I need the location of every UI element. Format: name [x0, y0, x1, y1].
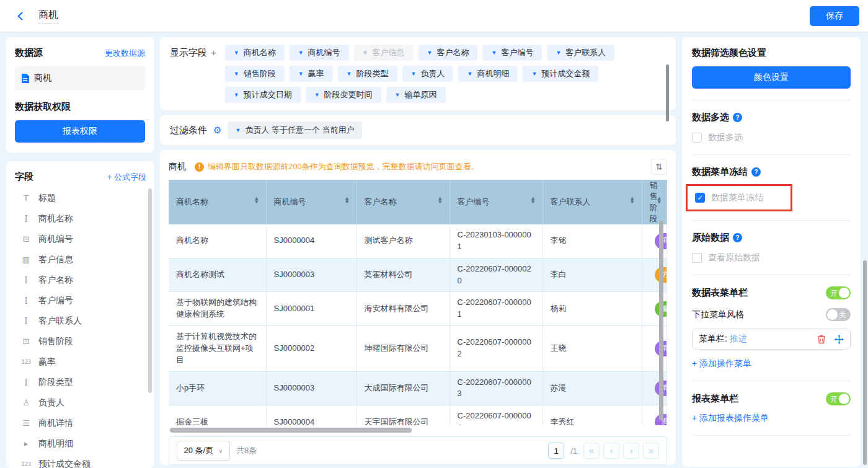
menu-item-row[interactable]: 菜单栏: 推进	[692, 329, 851, 350]
person-icon: ♙	[20, 398, 32, 407]
chevron-down-icon: ▼	[347, 71, 352, 77]
display-field-chip[interactable]: ▼商机名称	[225, 45, 285, 61]
color-setting-button[interactable]: 颜色设置	[692, 66, 851, 89]
number-icon: 123	[20, 461, 32, 467]
chip-label: 销售阶段	[244, 68, 276, 79]
table-cell: 基于计算机视觉技术的监控摄像头互联网+项目	[169, 326, 266, 372]
raw-data-checkbox[interactable]	[692, 253, 702, 263]
table-cell: 李铭	[542, 224, 642, 258]
display-field-chip[interactable]: ▼客户联系人	[547, 45, 614, 61]
table-menu-toggle[interactable]: 开	[826, 286, 851, 299]
current-page-input[interactable]: 1	[548, 443, 564, 459]
chevron-down-icon: ▼	[234, 92, 239, 98]
display-field-chip[interactable]: ▼预计成交日期	[225, 87, 301, 103]
display-field-chips: ▼商机名称▼商机编号▼客户信息▼客户名称▼客户编号▼客户联系人▼销售阶段▼赢率▼…	[225, 45, 634, 103]
display-field-chip[interactable]: ▼预计成交金额	[523, 66, 598, 82]
column-header[interactable]: 销售阶段▲▼	[642, 180, 667, 224]
help-icon[interactable]: ?	[733, 233, 742, 242]
add-action-menu-link[interactable]: + 添加操作菜单	[692, 358, 851, 369]
field-item[interactable]: I客户编号	[15, 290, 146, 311]
chip-label: 赢率	[308, 68, 324, 79]
display-field-chip[interactable]: ▼销售阶段	[225, 66, 285, 82]
move-icon[interactable]	[834, 334, 844, 344]
report-permission-button[interactable]: 报表权限	[15, 120, 145, 143]
help-icon[interactable]: ?	[751, 167, 761, 177]
display-field-chip[interactable]: ▼客户信息	[354, 45, 414, 61]
display-field-chip[interactable]: ▼客户名称	[418, 45, 478, 61]
table-sort-button[interactable]: ⇅	[651, 159, 667, 175]
last-page-button[interactable]: »	[643, 443, 659, 459]
menu-value-label: 推进	[730, 333, 747, 345]
chevron-down-icon: ▼	[467, 71, 472, 77]
display-field-chip[interactable]: ▼赢率	[290, 66, 333, 82]
column-header[interactable]: 客户名称▲▼	[356, 180, 450, 224]
column-header[interactable]: 客户联系人▲▼	[542, 180, 642, 224]
field-item-label: 赢率	[38, 356, 56, 368]
table-cell: 苏漫	[542, 371, 642, 405]
add-report-menu-link[interactable]: + 添加报表操作菜单	[692, 413, 851, 424]
field-item[interactable]: ▸商机明细	[15, 433, 146, 454]
horizontal-scroll-thumb[interactable]	[170, 428, 412, 433]
multi-select-checkbox[interactable]	[692, 133, 702, 143]
display-field-chip[interactable]: ▼负责人	[402, 66, 454, 82]
field-item[interactable]: 123赢率	[15, 351, 146, 372]
display-field-chip[interactable]: ▼商机明细	[458, 66, 518, 82]
table-vertical-scrollbar[interactable]	[659, 221, 663, 420]
field-item[interactable]: I客户名称	[15, 270, 146, 290]
help-icon[interactable]: ?	[733, 113, 742, 122]
document-icon	[21, 74, 29, 83]
datasource-item[interactable]: 商机	[15, 66, 145, 90]
field-item[interactable]: 123预计成交金额	[15, 454, 146, 468]
display-field-chip[interactable]: ▼客户编号	[482, 45, 542, 61]
field-item[interactable]: ♙负责人	[15, 392, 146, 413]
add-field-icon[interactable]: +	[211, 47, 216, 58]
menu-freeze-checkbox[interactable]: ✓	[695, 193, 705, 203]
trash-icon[interactable]	[817, 334, 826, 344]
table-cell: 李白	[542, 258, 642, 292]
dropdown-style-toggle[interactable]: 关	[826, 308, 851, 321]
field-item[interactable]: I阶段类型	[15, 372, 146, 392]
text-icon: I	[20, 296, 32, 306]
field-item[interactable]: ▥客户信息	[15, 249, 146, 270]
page-size-select[interactable]: 20 条/页 ∨	[177, 441, 230, 461]
column-header-label: 销售阶段	[650, 180, 658, 224]
field-item[interactable]: ⊟商机编号	[15, 229, 146, 249]
next-page-button[interactable]: ›	[623, 443, 639, 459]
column-header[interactable]: 商机名称▲▼	[169, 180, 266, 224]
first-page-button[interactable]: «	[583, 443, 600, 459]
column-header[interactable]: 客户编号▲▼	[450, 180, 542, 224]
field-item[interactable]: ☰商机详情	[15, 413, 146, 433]
display-field-chip[interactable]: ▼阶段类型	[338, 66, 397, 82]
report-menu-toggle[interactable]: 开	[826, 392, 851, 405]
change-datasource-link[interactable]: 更改数据源	[105, 48, 145, 59]
column-header[interactable]: 商机编号▲▼	[266, 180, 356, 224]
display-field-chip[interactable]: ▼商机编号	[290, 45, 349, 61]
field-item[interactable]: I客户联系人	[15, 311, 146, 331]
chip-label: 商机明细	[477, 68, 509, 79]
display-field-chip[interactable]: ▼输单原因	[386, 87, 446, 103]
number-icon: 123	[20, 359, 32, 365]
save-button[interactable]: 保存	[810, 6, 859, 26]
warning-icon: !	[195, 162, 204, 172]
table-cell: C-20220607-0000002	[450, 326, 542, 372]
center-panel-scrollbar[interactable]	[666, 64, 669, 121]
field-item[interactable]: T标题	[15, 188, 146, 208]
filter-condition-chip[interactable]: ▼ 负责人 等于任意一个 当前用户	[228, 121, 361, 139]
fields-title: 字段	[15, 171, 33, 183]
page-scrollbar[interactable]	[863, 260, 867, 465]
field-item[interactable]: ⊡销售阶段	[15, 331, 146, 351]
field-item[interactable]: I商机名称	[15, 208, 146, 229]
table-cell: SJ0000002	[266, 326, 356, 372]
lookup-icon: ▥	[20, 255, 32, 264]
back-icon[interactable]	[12, 8, 29, 24]
table-row: 商机名称测试SJ0000003莫霍材料公司C-20220607-0000020李…	[169, 258, 667, 292]
field-item-label: 商机详情	[38, 418, 73, 429]
highlight-annotation-box: ✓ 数据菜单冻结	[686, 184, 792, 211]
fields-scrollbar[interactable]	[148, 188, 152, 393]
formula-field-link[interactable]: + 公式字段	[107, 172, 146, 183]
display-field-chip[interactable]: ▼阶段变更时间	[306, 87, 381, 103]
sort-carets-icon: ▲▼	[658, 198, 661, 206]
gear-icon[interactable]: ⚙	[213, 125, 221, 136]
prev-page-button[interactable]: ‹	[603, 443, 619, 459]
table-row: 小p手环SJ0000003大成国际有限公司C-20220607-0000003苏…	[169, 371, 667, 405]
